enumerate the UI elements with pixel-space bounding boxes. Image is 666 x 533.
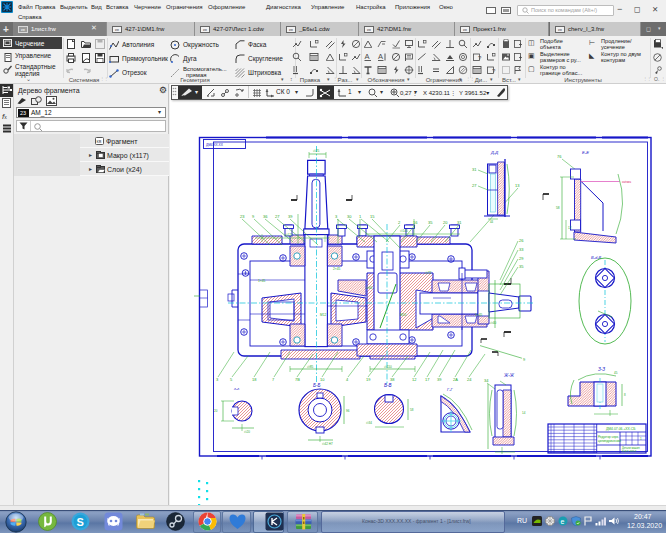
svg-text:1×45: 1×45 <box>475 313 482 317</box>
svg-text:Г-Г: Г-Г <box>447 387 454 392</box>
svg-text:31: 31 <box>472 167 477 172</box>
svg-text:М12: М12 <box>320 313 326 317</box>
svg-text:кв: кв <box>97 138 102 144</box>
svg-text:~~: ~~ <box>549 440 552 442</box>
svg-text:A: A <box>378 52 383 61</box>
svg-text:36: 36 <box>263 214 268 219</box>
svg-text:?: ? <box>478 55 482 61</box>
svg-text:58: 58 <box>410 408 414 412</box>
svg-text:A: A <box>365 52 370 61</box>
svg-text:30: 30 <box>347 214 352 219</box>
svg-text:?: ? <box>492 68 496 74</box>
svg-text:7: 7 <box>272 377 275 382</box>
svg-text:19: 19 <box>366 377 371 382</box>
svg-text:96: 96 <box>346 409 350 413</box>
svg-text:~~: ~~ <box>565 434 568 436</box>
svg-text:15: 15 <box>370 214 375 219</box>
svg-text:~~: ~~ <box>555 437 558 439</box>
svg-text:27: 27 <box>472 183 477 188</box>
svg-text:13: 13 <box>515 183 520 188</box>
svg-text:~~: ~~ <box>549 434 552 436</box>
svg-text:∅85: ∅85 <box>307 365 314 369</box>
svg-text:4: 4 <box>346 377 349 382</box>
svg-text:17: 17 <box>425 377 430 382</box>
svg-text:S: S <box>77 516 84 528</box>
svg-text:∅110: ∅110 <box>384 365 392 369</box>
svg-text:18: 18 <box>252 377 257 382</box>
svg-text:2A: 2A <box>453 377 458 382</box>
svg-text:12: 12 <box>568 226 572 230</box>
svg-text:44: 44 <box>490 220 494 224</box>
svg-text:12: 12 <box>412 377 417 382</box>
svg-text:1×45: 1×45 <box>258 279 265 283</box>
svg-text:~~: ~~ <box>549 437 552 439</box>
svg-text:∅34: ∅34 <box>366 421 372 425</box>
svg-text:∅140: ∅140 <box>400 229 408 233</box>
svg-text:35: 35 <box>519 264 524 269</box>
svg-text:∅60: ∅60 <box>366 286 373 290</box>
svg-text:2: 2 <box>398 220 401 225</box>
svg-text:38: 38 <box>390 377 395 382</box>
svg-text:7B: 7B <box>295 377 300 382</box>
svg-text:20: 20 <box>214 409 218 413</box>
svg-text:Е-Е: Е-Е <box>582 150 589 155</box>
svg-text:В-В: В-В <box>384 383 392 388</box>
svg-text:Д-Д: Д-Д <box>490 150 498 155</box>
svg-text:45: 45 <box>614 371 618 375</box>
svg-text:ʌ-ʌ: ʌ-ʌ <box>233 386 239 391</box>
svg-text:ДМ4.07.06.+ХХ.СБ: ДМ4.07.06.+ХХ.СБ <box>606 427 636 431</box>
svg-text:∅25: ∅25 <box>313 149 320 153</box>
svg-text:10: 10 <box>320 377 325 382</box>
svg-text:В-d-В: В-d-В <box>591 255 602 260</box>
svg-text:26: 26 <box>519 238 524 243</box>
svg-text:29: 29 <box>519 256 524 261</box>
svg-text:∅20: ∅20 <box>244 430 250 434</box>
svg-text:23: 23 <box>240 214 245 219</box>
svg-text:33: 33 <box>519 247 524 252</box>
svg-text:76: 76 <box>557 154 562 159</box>
svg-text:39: 39 <box>288 214 293 219</box>
svg-text:58: 58 <box>556 206 560 210</box>
svg-text:З-З: З-З <box>598 367 605 372</box>
svg-text:3: 3 <box>335 214 338 219</box>
svg-text:5: 5 <box>230 377 233 382</box>
svg-text:34: 34 <box>484 378 489 383</box>
svg-text:20: 20 <box>443 220 448 225</box>
svg-text:39: 39 <box>437 377 442 382</box>
svg-text:~~: ~~ <box>555 434 558 436</box>
svg-text:24: 24 <box>467 377 472 382</box>
svg-text:∅125: ∅125 <box>285 233 293 237</box>
svg-text:8: 8 <box>624 393 626 397</box>
svg-text:9: 9 <box>523 357 526 362</box>
svg-text:3: 3 <box>216 377 219 382</box>
svg-text:Ж-Ж: Ж-Ж <box>503 373 515 378</box>
svg-text:2×45: 2×45 <box>333 267 340 271</box>
svg-text:~~: ~~ <box>549 447 552 449</box>
svg-text:∅40: ∅40 <box>490 321 497 325</box>
svg-text:Б-Б: Б-Б <box>313 383 320 388</box>
svg-text:1: 1 <box>640 437 642 441</box>
svg-text:e: e <box>561 518 565 525</box>
svg-text:9: 9 <box>252 214 255 219</box>
svg-text:27: 27 <box>275 214 280 219</box>
svg-text:ДМ4.ХХ.ХХ: ДМ4.ХХ.ХХ <box>206 143 224 147</box>
svg-text:31: 31 <box>457 220 462 225</box>
svg-text:~~: ~~ <box>549 428 552 430</box>
svg-text:М10: М10 <box>400 313 406 317</box>
svg-text:∅72: ∅72 <box>425 271 432 275</box>
svg-text:1: 1 <box>359 214 362 219</box>
svg-text:цилиндрический: цилиндрический <box>598 439 621 443</box>
svg-text:35: 35 <box>428 220 433 225</box>
svg-text:каёмка: каёмка <box>622 180 632 184</box>
svg-text:∅42 H7: ∅42 H7 <box>322 442 333 446</box>
svg-text:и осн. кон-я: и осн. кон-я <box>622 450 637 453</box>
svg-text:14: 14 <box>522 411 526 415</box>
